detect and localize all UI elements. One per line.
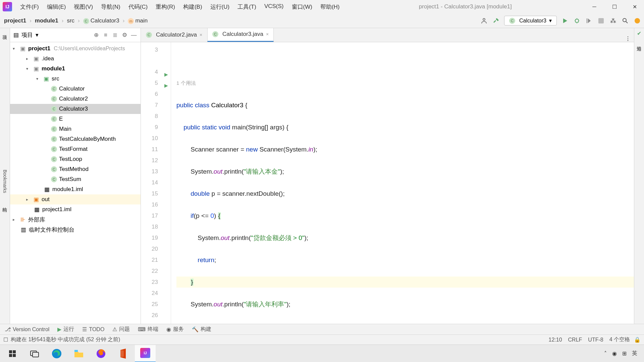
tree-class[interactable]: CCalculator bbox=[10, 84, 141, 94]
stop-button[interactable] bbox=[597, 17, 605, 25]
tree-idea[interactable]: ▸▣.idea bbox=[10, 54, 141, 64]
gear-icon[interactable]: ⚙ bbox=[121, 32, 128, 39]
code-editor[interactable]: 1 个用法 public class Calculator3 { public … bbox=[171, 42, 634, 324]
svg-point-4 bbox=[623, 18, 626, 22]
tray-obs-icon[interactable]: ◉ bbox=[612, 350, 617, 357]
tabs-menu[interactable]: ⋮ bbox=[625, 36, 634, 42]
tree-extlib[interactable]: ▸⊪外部库 bbox=[10, 215, 141, 225]
collapse-icon[interactable]: ≣ bbox=[112, 32, 118, 39]
tree-class[interactable]: CTestMethod bbox=[10, 164, 141, 174]
bottom-terminal[interactable]: ⌨终端 bbox=[138, 326, 158, 333]
menu-edit[interactable]: 编辑(E) bbox=[44, 2, 69, 12]
status-encoding[interactable]: UTF-8 bbox=[588, 337, 603, 343]
bottom-run[interactable]: ▶运行 bbox=[57, 326, 74, 333]
debug-button[interactable] bbox=[573, 17, 581, 25]
status-icon[interactable]: ☐ bbox=[3, 337, 8, 343]
close-icon[interactable]: × bbox=[200, 32, 202, 38]
bottom-problems[interactable]: ⚠问题 bbox=[112, 326, 130, 333]
tree-class[interactable]: CE bbox=[10, 114, 141, 124]
settings-icon[interactable] bbox=[633, 17, 641, 25]
crumb-src[interactable]: src bbox=[65, 17, 76, 25]
crumb-class[interactable]: CCalculator3 bbox=[82, 17, 121, 25]
tree-src[interactable]: ▾▣src bbox=[10, 74, 141, 84]
expand-icon[interactable]: ≡ bbox=[102, 32, 109, 39]
gutter-project[interactable]: 项目 bbox=[1, 29, 9, 34]
maximize-button[interactable]: ☐ bbox=[608, 2, 621, 12]
target-icon[interactable]: ⊕ bbox=[93, 32, 100, 39]
menu-view[interactable]: 视图(V) bbox=[70, 2, 96, 12]
gutter-structure[interactable]: 结构 bbox=[1, 202, 9, 206]
tree-iml[interactable]: ▦module1.iml bbox=[10, 184, 141, 194]
menu-tools[interactable]: 工具(T) bbox=[234, 2, 260, 12]
tab-calculator2[interactable]: C Calculator2.java × bbox=[141, 28, 207, 42]
intellij-icon[interactable]: IJ bbox=[135, 345, 156, 362]
menu-file[interactable]: 文件(F) bbox=[17, 2, 42, 12]
tree-class[interactable]: CMain bbox=[10, 124, 141, 134]
tree-class[interactable]: CTestFormat bbox=[10, 144, 141, 154]
coverage-button[interactable] bbox=[585, 17, 593, 25]
hide-icon[interactable]: — bbox=[130, 32, 137, 39]
tray-ime-lang[interactable]: 英 bbox=[632, 350, 637, 357]
tree-class[interactable]: CTestSum bbox=[10, 174, 141, 184]
crumb-method[interactable]: mmain bbox=[126, 17, 149, 25]
menu-code[interactable]: 代码(C) bbox=[125, 2, 151, 12]
tab-calculator3[interactable]: C Calculator3.java × bbox=[207, 28, 274, 42]
bottom-services[interactable]: ◉服务 bbox=[166, 326, 184, 333]
menu-bar: 文件(F) 编辑(E) 视图(V) 导航(N) 代码(C) 重构(R) 构建(B… bbox=[17, 2, 343, 12]
translate-icon[interactable]: ⁂ bbox=[609, 17, 617, 25]
minimize-button[interactable]: ─ bbox=[588, 2, 601, 12]
tray-ime-icon[interactable]: ⊞ bbox=[622, 350, 627, 357]
close-button[interactable]: ✕ bbox=[628, 2, 641, 12]
user-icon[interactable] bbox=[480, 17, 488, 25]
menu-build[interactable]: 构建(B) bbox=[180, 2, 206, 12]
crumb-project[interactable]: project1 bbox=[3, 17, 28, 25]
hammer-icon[interactable] bbox=[492, 17, 500, 25]
menu-window[interactable]: 窗口(W) bbox=[288, 2, 316, 12]
tree-class[interactable]: CCalculator2 bbox=[10, 94, 141, 104]
bottom-toolbar: ⎇Version Control ▶运行 ☰TODO ⚠问题 ⌨终端 ◉服务 🔨… bbox=[0, 324, 644, 335]
menu-run[interactable]: 运行(U) bbox=[207, 2, 233, 12]
class-icon: C bbox=[146, 32, 152, 38]
edge-icon[interactable] bbox=[46, 345, 67, 362]
tree-project-iml[interactable]: ▦project1.iml bbox=[10, 204, 141, 215]
menu-refactor[interactable]: 重构(R) bbox=[152, 2, 178, 12]
tree-root[interactable]: ▾▣ project1C:\Users\Lenovo\IdeaProjects bbox=[10, 44, 141, 54]
main-area: 项目 Bookmarks 结构 ▤ 项目 ▾ ⊕ ≡ ≣ ⚙ — ▾▣ proj… bbox=[0, 28, 644, 324]
search-icon[interactable] bbox=[621, 17, 629, 25]
menu-vcs[interactable]: VCS(S) bbox=[261, 2, 287, 12]
run-config-selector[interactable]: C Calculator3 ▾ bbox=[504, 16, 557, 25]
tree-class-selected[interactable]: CCalculator3 bbox=[10, 104, 141, 114]
tray-chevron-icon[interactable]: ˄ bbox=[604, 350, 607, 357]
status-lineending[interactable]: CRLF bbox=[568, 337, 582, 343]
project-tree: ▾▣ project1C:\Users\Lenovo\IdeaProjects … bbox=[10, 42, 141, 324]
tree-out[interactable]: ▸▣out bbox=[10, 194, 141, 204]
start-button[interactable] bbox=[2, 345, 23, 362]
bottom-todo[interactable]: ☰TODO bbox=[82, 326, 104, 333]
tree-scratches[interactable]: ▥临时文件和控制台 bbox=[10, 225, 141, 235]
gutter-bookmarks[interactable]: Bookmarks bbox=[2, 168, 8, 195]
panel-title: 项目 bbox=[21, 31, 33, 39]
status-message: 构建在 1秒541毫秒 中成功完成 (52 分钟 之前) bbox=[11, 336, 120, 343]
tree-class[interactable]: CTestCalculateByMonth bbox=[10, 134, 141, 144]
bottom-build[interactable]: 🔨构建 bbox=[192, 326, 211, 333]
menu-help[interactable]: 帮助(H) bbox=[317, 2, 343, 12]
bottom-vc[interactable]: ⎇Version Control bbox=[5, 326, 49, 333]
tree-class[interactable]: CTestLoop bbox=[10, 154, 141, 164]
editor-area: C Calculator2.java × C Calculator3.java … bbox=[141, 28, 634, 324]
taskview-button[interactable] bbox=[24, 345, 45, 362]
check-icon[interactable]: ✔ bbox=[637, 30, 641, 37]
firefox-icon[interactable] bbox=[91, 345, 111, 362]
run-button[interactable] bbox=[561, 17, 569, 25]
explorer-icon[interactable] bbox=[68, 345, 89, 362]
status-position[interactable]: 12:10 bbox=[549, 337, 562, 343]
chevron-down-icon[interactable]: ▾ bbox=[36, 32, 39, 39]
close-icon[interactable]: × bbox=[266, 32, 269, 37]
office-icon[interactable] bbox=[113, 345, 133, 362]
gutter-notifications[interactable]: 通知 bbox=[636, 41, 643, 45]
menu-navigate[interactable]: 导航(N) bbox=[98, 2, 124, 12]
tree-module[interactable]: ▾▣module1 bbox=[10, 64, 141, 74]
usage-hint[interactable]: 1 个用法 bbox=[176, 77, 634, 88]
lock-icon[interactable]: 🔒 bbox=[634, 337, 641, 343]
status-indent[interactable]: 4 个空格 bbox=[609, 336, 630, 343]
crumb-module[interactable]: module1 bbox=[34, 17, 60, 25]
